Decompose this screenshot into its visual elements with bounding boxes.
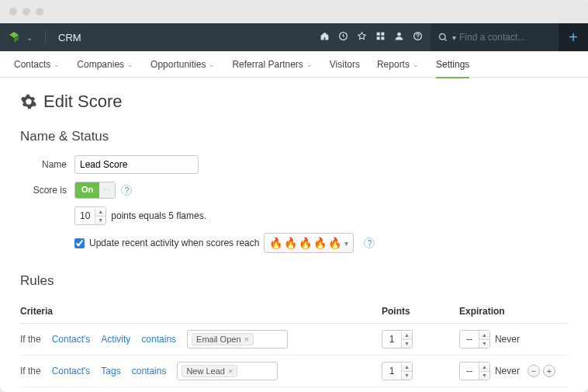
rule-field-link[interactable]: Tags — [101, 366, 120, 376]
update-recent-checkbox[interactable] — [74, 238, 85, 248]
remove-tag-icon[interactable]: × — [228, 366, 233, 376]
add-rule-button[interactable]: + — [543, 365, 555, 377]
rule-field-link[interactable]: Activity — [101, 334, 130, 345]
rule-exp-spinner[interactable]: --▲▼ — [459, 330, 490, 349]
add-button[interactable]: + — [559, 23, 588, 51]
help-icon[interactable]: ? — [364, 238, 375, 248]
rule-operator-link[interactable]: contains — [141, 334, 176, 345]
chevron-down-icon: ⌄ — [127, 61, 133, 68]
help-icon[interactable] — [413, 31, 423, 43]
spin-down-icon[interactable]: ▼ — [402, 372, 412, 380]
spin-down-icon[interactable]: ▼ — [402, 340, 412, 349]
apps-icon[interactable] — [375, 31, 386, 43]
spin-down-icon[interactable]: ▼ — [95, 217, 105, 225]
nav-referral-partners[interactable]: Referral Partners⌄ — [232, 51, 312, 78]
rule-exp-value[interactable]: -- — [460, 363, 479, 380]
rule-points-value[interactable]: 1 — [382, 331, 401, 348]
svg-rect-6 — [377, 36, 380, 40]
window-dot — [22, 8, 30, 16]
nav-opportunities[interactable]: Opportunities⌄ — [150, 51, 215, 78]
flame-icon: 🔥 — [284, 238, 297, 248]
tag-chip: New Lead × — [182, 365, 237, 377]
rule-value-input[interactable]: New Lead × — [177, 362, 278, 380]
main-nav: Contacts⌄ Companies⌄ Opportunities⌄ Refe… — [0, 51, 588, 78]
svg-rect-7 — [381, 36, 384, 40]
flames-dropdown[interactable]: 🔥 🔥 🔥 🔥 🔥 ▾ — [264, 233, 354, 253]
rule-exp-unit: Never — [495, 366, 520, 376]
home-icon[interactable] — [320, 31, 330, 43]
flame-icon: 🔥 — [328, 238, 341, 248]
rule-row: If theContact'sTagscontainsNew Lead ×1▲▼… — [20, 356, 568, 387]
chevron-down-icon: ⌄ — [306, 61, 313, 68]
chevron-down-icon: ⌄ — [413, 61, 419, 68]
flame-icon: 🔥 — [299, 238, 312, 248]
spin-up-icon[interactable]: ▲ — [479, 363, 489, 372]
chevron-down-icon: ▾ — [344, 239, 348, 248]
svg-point-11 — [440, 34, 446, 40]
rule-operator-link[interactable]: contains — [132, 366, 167, 376]
rules-heading: Rules — [20, 273, 568, 289]
rule-points-value[interactable]: 1 — [382, 363, 401, 380]
points-value[interactable]: 10 — [75, 207, 95, 224]
recent-icon[interactable] — [338, 31, 348, 43]
rule-subject-link[interactable]: Contact's — [52, 334, 91, 345]
rule-exp-spinner[interactable]: --▲▼ — [459, 362, 490, 380]
name-label: Name — [20, 159, 74, 170]
name-input[interactable] — [74, 155, 199, 174]
score-toggle[interactable]: On ∙∙ — [74, 182, 116, 199]
nav-visitors[interactable]: Visitors — [330, 51, 360, 78]
window-dot — [9, 8, 17, 16]
nav-companies[interactable]: Companies⌄ — [77, 51, 133, 78]
nav-settings[interactable]: Settings — [436, 51, 469, 78]
spin-down-icon[interactable]: ▼ — [479, 372, 489, 380]
points-spinner[interactable]: 10 ▲▼ — [74, 206, 106, 225]
spin-up-icon[interactable]: ▲ — [95, 207, 105, 217]
gear-icon — [20, 93, 37, 110]
search-chevron-icon[interactable]: ▾ — [452, 33, 456, 42]
help-icon[interactable]: ? — [121, 185, 132, 196]
svg-point-10 — [417, 38, 418, 39]
score-is-label: Score is — [20, 185, 74, 196]
name-status-heading: Name & Status — [20, 129, 568, 144]
rule-exp-value[interactable]: -- — [460, 331, 479, 348]
remove-tag-icon[interactable]: × — [244, 335, 249, 344]
rule-row: If theContact'sTagscontainsNew Customer … — [20, 387, 568, 392]
nav-contacts[interactable]: Contacts⌄ — [14, 51, 60, 78]
rule-row: If theContact'sActivitycontainsEmail Ope… — [20, 324, 568, 356]
points-equals-label: points equals 5 flames. — [111, 210, 206, 221]
search-icon — [438, 33, 448, 42]
user-icon[interactable] — [394, 31, 404, 43]
remove-rule-button[interactable]: − — [527, 365, 540, 377]
flame-icon: 🔥 — [313, 238, 327, 248]
col-points: Points — [382, 306, 459, 317]
col-expiration: Expiration — [459, 306, 568, 317]
rule-exp-unit: Never — [495, 334, 520, 345]
spin-up-icon[interactable]: ▲ — [402, 363, 412, 372]
rule-value-input[interactable]: Email Open × — [187, 330, 288, 349]
app-logo-icon[interactable] — [8, 31, 20, 43]
toggle-on: On — [75, 182, 99, 198]
rule-points-spinner[interactable]: 1▲▼ — [382, 330, 413, 349]
chevron-down-icon: ⌄ — [209, 61, 215, 68]
rule-subject-link[interactable]: Contact's — [52, 366, 91, 376]
tag-chip: Email Open × — [192, 333, 254, 345]
nav-reports[interactable]: Reports⌄ — [377, 51, 419, 78]
search-box[interactable]: ▾ — [431, 23, 559, 51]
window-dot — [36, 8, 43, 16]
app-title: CRM — [58, 32, 81, 43]
svg-point-8 — [397, 33, 401, 36]
spin-up-icon[interactable]: ▲ — [402, 331, 412, 340]
topbar: ⌄ CRM ▾ + — [0, 23, 588, 51]
if-the-label: If the — [20, 366, 41, 376]
star-icon[interactable] — [357, 31, 367, 43]
divider — [45, 29, 46, 45]
spin-down-icon[interactable]: ▼ — [479, 340, 489, 349]
toggle-off: ∙∙ — [99, 182, 115, 198]
chevron-down-icon: ⌄ — [54, 61, 60, 68]
app-switcher-chevron-icon[interactable]: ⌄ — [26, 33, 33, 42]
rule-points-spinner[interactable]: 1▲▼ — [382, 362, 413, 380]
page-title: Edit Score — [20, 92, 568, 112]
spin-up-icon[interactable]: ▲ — [479, 331, 489, 340]
search-input[interactable] — [459, 32, 545, 43]
update-recent-label: Update recent activity when scores reach — [89, 238, 259, 248]
